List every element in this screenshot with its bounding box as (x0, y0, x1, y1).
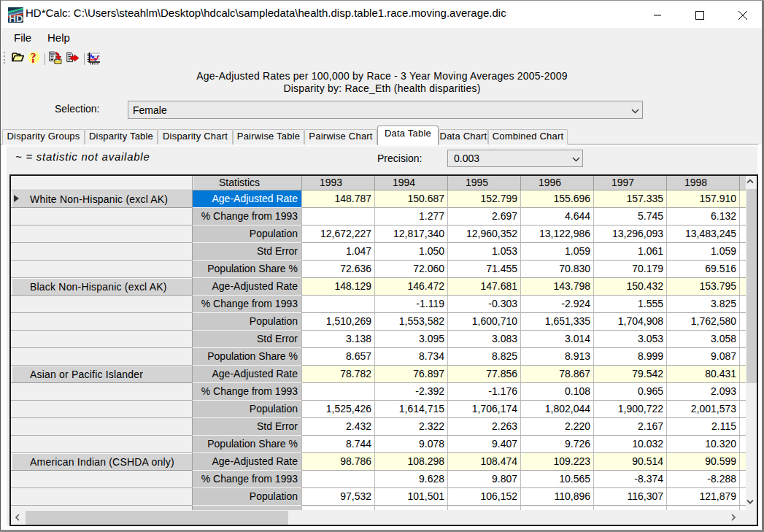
svg-text:HD: HD (9, 13, 23, 23)
